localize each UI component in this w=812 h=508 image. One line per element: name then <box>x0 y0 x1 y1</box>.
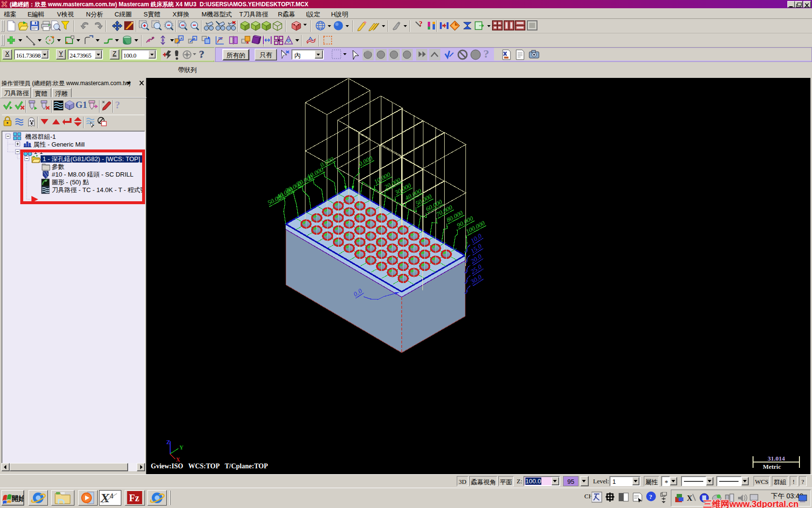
svg-text:Fz: Fz <box>129 493 139 503</box>
svg-text:G1: G1 <box>75 100 87 110</box>
svg-text:1 - 深孔鑉(G81/G82) - [WCS: TOP]: 1 - 深孔鑉(G81/G82) - [WCS: TOP] - [TPla <box>43 155 145 163</box>
svg-text:Y: Y <box>179 444 184 451</box>
svg-text:?: ? <box>649 493 652 500</box>
svg-text:X: X <box>176 456 180 463</box>
svg-text:機器群組-1: 機器群組-1 <box>25 133 56 140</box>
svg-text:X: X <box>100 491 111 505</box>
svg-text:#10 - M8.00 鑉頭 - SC DRILL: #10 - M8.00 鑉頭 - SC DRILL <box>52 171 133 178</box>
svg-text:刀具路徑 - TC - 14.0K - T - 程式號碼: 刀具路徑 - TC - 14.0K - T - 程式號碼 <box>52 186 145 194</box>
svg-text:?: ? <box>115 99 120 111</box>
svg-text:?: ? <box>199 48 204 60</box>
svg-text:開始: 開始 <box>12 494 24 502</box>
svg-text:?: ? <box>483 47 489 60</box>
svg-text:31.014: 31.014 <box>768 455 785 462</box>
svg-text:Metric: Metric <box>763 463 781 470</box>
svg-text:Gview:ISO WCS:TOP T/Cplane: Gview:ISO WCS:TOP T/Cplane:TOP <box>151 463 268 470</box>
svg-text:X: X <box>687 494 693 502</box>
svg-text:參數: 參數 <box>52 163 64 170</box>
svg-text:属性 - Generic Mill: 属性 - Generic Mill <box>33 141 85 148</box>
svg-text:圖形 - (50) 點: 圖形 - (50) 點 <box>52 179 89 186</box>
svg-text:?: ? <box>419 20 422 28</box>
svg-text:Z: Z <box>166 439 170 446</box>
